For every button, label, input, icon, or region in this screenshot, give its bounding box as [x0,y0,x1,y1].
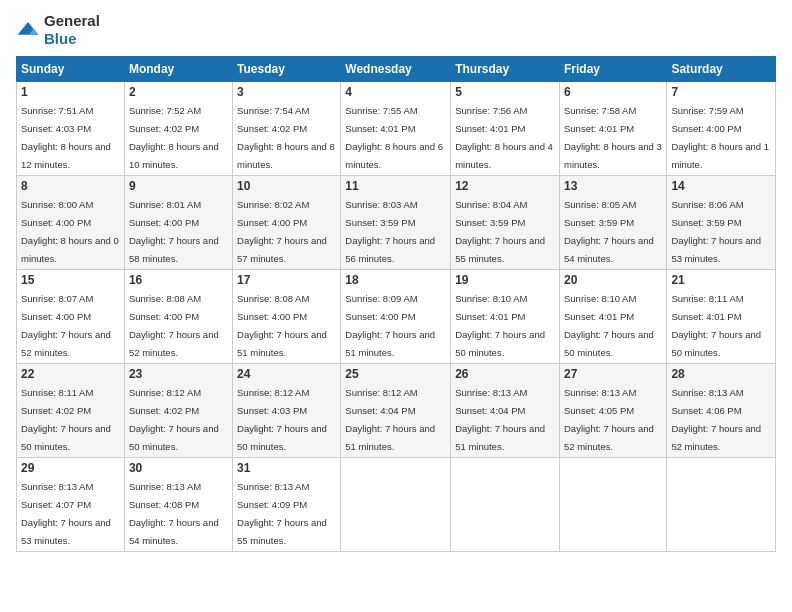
day-info: Sunrise: 8:13 AMSunset: 4:07 PMDaylight:… [21,481,111,546]
day-info: Sunrise: 8:05 AMSunset: 3:59 PMDaylight:… [564,199,654,264]
day-number: 30 [129,461,228,475]
day-info: Sunrise: 8:08 AMSunset: 4:00 PMDaylight:… [129,293,219,358]
day-cell: 9 Sunrise: 8:01 AMSunset: 4:00 PMDayligh… [124,176,232,270]
day-number: 18 [345,273,446,287]
day-number: 23 [129,367,228,381]
day-cell: 10 Sunrise: 8:02 AMSunset: 4:00 PMDaylig… [233,176,341,270]
day-cell: 29 Sunrise: 8:13 AMSunset: 4:07 PMDaylig… [17,458,125,552]
day-number: 19 [455,273,555,287]
day-info: Sunrise: 7:58 AMSunset: 4:01 PMDaylight:… [564,105,662,170]
day-info: Sunrise: 7:52 AMSunset: 4:02 PMDaylight:… [129,105,219,170]
day-cell: 15 Sunrise: 8:07 AMSunset: 4:00 PMDaylig… [17,270,125,364]
day-number: 4 [345,85,446,99]
day-info: Sunrise: 8:07 AMSunset: 4:00 PMDaylight:… [21,293,111,358]
day-cell: 8 Sunrise: 8:00 AMSunset: 4:00 PMDayligh… [17,176,125,270]
day-number: 28 [671,367,771,381]
day-cell: 4 Sunrise: 7:55 AMSunset: 4:01 PMDayligh… [341,82,451,176]
day-info: Sunrise: 8:02 AMSunset: 4:00 PMDaylight:… [237,199,327,264]
column-header-monday: Monday [124,57,232,82]
day-info: Sunrise: 8:00 AMSunset: 4:00 PMDaylight:… [21,199,119,264]
day-info: Sunrise: 7:59 AMSunset: 4:00 PMDaylight:… [671,105,769,170]
day-info: Sunrise: 8:11 AMSunset: 4:02 PMDaylight:… [21,387,111,452]
week-row-4: 22 Sunrise: 8:11 AMSunset: 4:02 PMDaylig… [17,364,776,458]
day-info: Sunrise: 8:10 AMSunset: 4:01 PMDaylight:… [455,293,545,358]
week-row-5: 29 Sunrise: 8:13 AMSunset: 4:07 PMDaylig… [17,458,776,552]
day-number: 20 [564,273,662,287]
day-cell: 25 Sunrise: 8:12 AMSunset: 4:04 PMDaylig… [341,364,451,458]
day-info: Sunrise: 7:56 AMSunset: 4:01 PMDaylight:… [455,105,553,170]
day-cell: 5 Sunrise: 7:56 AMSunset: 4:01 PMDayligh… [451,82,560,176]
day-info: Sunrise: 7:51 AMSunset: 4:03 PMDaylight:… [21,105,111,170]
day-info: Sunrise: 7:54 AMSunset: 4:02 PMDaylight:… [237,105,335,170]
day-cell: 7 Sunrise: 7:59 AMSunset: 4:00 PMDayligh… [667,82,776,176]
day-cell [559,458,666,552]
day-cell: 20 Sunrise: 8:10 AMSunset: 4:01 PMDaylig… [559,270,666,364]
day-cell: 16 Sunrise: 8:08 AMSunset: 4:00 PMDaylig… [124,270,232,364]
day-cell: 18 Sunrise: 8:09 AMSunset: 4:00 PMDaylig… [341,270,451,364]
logo-blue: Blue [44,30,77,47]
header: General Blue [16,12,776,48]
day-number: 9 [129,179,228,193]
day-info: Sunrise: 8:13 AMSunset: 4:05 PMDaylight:… [564,387,654,452]
day-number: 5 [455,85,555,99]
logo-text: General Blue [44,12,100,48]
day-info: Sunrise: 8:13 AMSunset: 4:04 PMDaylight:… [455,387,545,452]
day-number: 1 [21,85,120,99]
day-cell: 30 Sunrise: 8:13 AMSunset: 4:08 PMDaylig… [124,458,232,552]
day-info: Sunrise: 7:55 AMSunset: 4:01 PMDaylight:… [345,105,443,170]
logo: General Blue [16,12,100,48]
day-info: Sunrise: 8:01 AMSunset: 4:00 PMDaylight:… [129,199,219,264]
day-number: 21 [671,273,771,287]
day-cell [667,458,776,552]
week-row-3: 15 Sunrise: 8:07 AMSunset: 4:00 PMDaylig… [17,270,776,364]
day-number: 26 [455,367,555,381]
day-number: 6 [564,85,662,99]
day-cell: 13 Sunrise: 8:05 AMSunset: 3:59 PMDaylig… [559,176,666,270]
day-cell: 21 Sunrise: 8:11 AMSunset: 4:01 PMDaylig… [667,270,776,364]
day-number: 7 [671,85,771,99]
day-number: 31 [237,461,336,475]
column-header-thursday: Thursday [451,57,560,82]
day-number: 29 [21,461,120,475]
day-info: Sunrise: 8:09 AMSunset: 4:00 PMDaylight:… [345,293,435,358]
day-cell: 31 Sunrise: 8:13 AMSunset: 4:09 PMDaylig… [233,458,341,552]
day-cell [341,458,451,552]
day-info: Sunrise: 8:11 AMSunset: 4:01 PMDaylight:… [671,293,761,358]
day-info: Sunrise: 8:13 AMSunset: 4:08 PMDaylight:… [129,481,219,546]
day-info: Sunrise: 8:12 AMSunset: 4:03 PMDaylight:… [237,387,327,452]
week-row-1: 1 Sunrise: 7:51 AMSunset: 4:03 PMDayligh… [17,82,776,176]
page-container: General Blue SundayMondayTuesdayWednesda… [0,0,792,560]
day-cell: 27 Sunrise: 8:13 AMSunset: 4:05 PMDaylig… [559,364,666,458]
day-info: Sunrise: 8:04 AMSunset: 3:59 PMDaylight:… [455,199,545,264]
logo-icon [16,20,40,40]
day-number: 17 [237,273,336,287]
column-header-sunday: Sunday [17,57,125,82]
calendar-table: SundayMondayTuesdayWednesdayThursdayFrid… [16,56,776,552]
day-cell: 26 Sunrise: 8:13 AMSunset: 4:04 PMDaylig… [451,364,560,458]
day-cell: 23 Sunrise: 8:12 AMSunset: 4:02 PMDaylig… [124,364,232,458]
day-cell: 19 Sunrise: 8:10 AMSunset: 4:01 PMDaylig… [451,270,560,364]
week-row-2: 8 Sunrise: 8:00 AMSunset: 4:00 PMDayligh… [17,176,776,270]
day-number: 27 [564,367,662,381]
day-cell: 3 Sunrise: 7:54 AMSunset: 4:02 PMDayligh… [233,82,341,176]
day-cell: 2 Sunrise: 7:52 AMSunset: 4:02 PMDayligh… [124,82,232,176]
day-number: 12 [455,179,555,193]
day-number: 2 [129,85,228,99]
day-number: 14 [671,179,771,193]
day-cell: 1 Sunrise: 7:51 AMSunset: 4:03 PMDayligh… [17,82,125,176]
logo-general: General [44,12,100,29]
day-cell: 6 Sunrise: 7:58 AMSunset: 4:01 PMDayligh… [559,82,666,176]
day-number: 16 [129,273,228,287]
day-info: Sunrise: 8:06 AMSunset: 3:59 PMDaylight:… [671,199,761,264]
day-cell: 12 Sunrise: 8:04 AMSunset: 3:59 PMDaylig… [451,176,560,270]
day-info: Sunrise: 8:12 AMSunset: 4:02 PMDaylight:… [129,387,219,452]
day-number: 25 [345,367,446,381]
day-info: Sunrise: 8:13 AMSunset: 4:06 PMDaylight:… [671,387,761,452]
column-header-tuesday: Tuesday [233,57,341,82]
column-header-saturday: Saturday [667,57,776,82]
day-cell: 22 Sunrise: 8:11 AMSunset: 4:02 PMDaylig… [17,364,125,458]
day-info: Sunrise: 8:12 AMSunset: 4:04 PMDaylight:… [345,387,435,452]
day-number: 24 [237,367,336,381]
day-number: 13 [564,179,662,193]
column-header-wednesday: Wednesday [341,57,451,82]
